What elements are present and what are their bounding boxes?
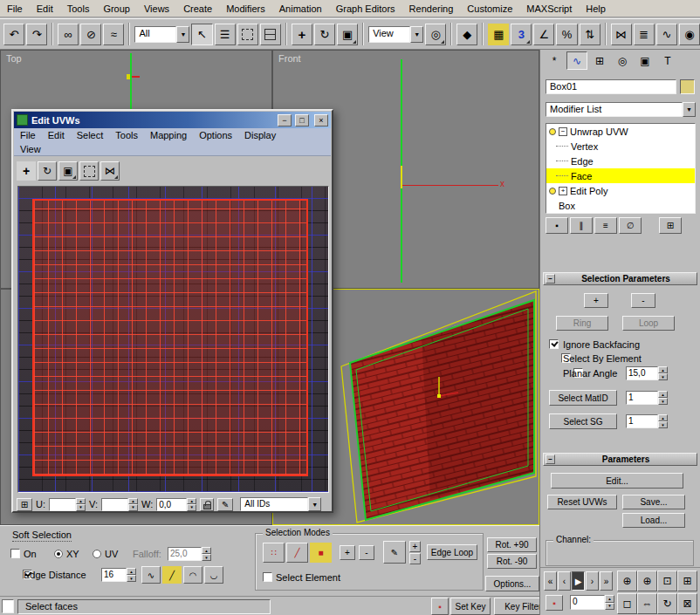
sg-spinner[interactable]: 1 ▲▼ xyxy=(626,414,668,428)
stack-item-vertex[interactable]: Vertex xyxy=(546,139,695,154)
selected-uv-faces[interactable] xyxy=(32,199,308,476)
select-rotate-icon[interactable]: ↻ xyxy=(314,24,335,45)
dropdown-arrow-icon[interactable]: ▼ xyxy=(683,102,696,117)
tab-display-icon[interactable]: ▣ xyxy=(635,51,655,70)
reference-coordinate-dropdown[interactable]: View ▼ xyxy=(368,26,423,43)
save-uvws-button[interactable]: Save... xyxy=(622,495,685,509)
angle-snap-icon[interactable]: ∠ xyxy=(533,24,554,45)
menu-maxscript[interactable]: MAXScript xyxy=(519,0,579,17)
previous-frame-icon[interactable]: ‹ xyxy=(558,571,571,591)
loop-button[interactable]: Loop xyxy=(622,316,675,331)
uvw-menu-edit[interactable]: Edit xyxy=(42,128,71,142)
go-to-start-icon[interactable]: « xyxy=(544,571,557,591)
pivot-center-icon[interactable]: ◎ xyxy=(425,24,446,45)
select-matid-button[interactable]: Select MatID xyxy=(549,390,617,406)
snap-toggle-3d-icon[interactable]: 3 xyxy=(511,24,532,45)
soft-selection-on-checkbox[interactable] xyxy=(10,549,20,558)
select-element-checkbox[interactable] xyxy=(263,572,272,582)
spin-down-icon[interactable]: ▼ xyxy=(658,398,668,405)
dropdown-arrow-icon[interactable]: ▼ xyxy=(410,26,423,43)
face-mode-icon[interactable]: ■ xyxy=(310,543,332,563)
spin-up-icon[interactable]: ▲ xyxy=(76,498,86,505)
reset-uvws-button[interactable]: Reset UVWs xyxy=(547,495,617,509)
zoom-icon[interactable]: ⊕ xyxy=(617,571,637,591)
bind-spacewarp-icon[interactable]: ≈ xyxy=(103,24,124,45)
menu-create[interactable]: Create xyxy=(176,0,219,17)
dropdown-arrow-icon[interactable]: ▼ xyxy=(176,26,189,43)
dropdown-arrow-icon[interactable]: ▼ xyxy=(308,497,321,511)
tab-modify-icon[interactable]: ∿ xyxy=(566,51,587,70)
menu-group[interactable]: Group xyxy=(96,0,137,17)
menu-tools[interactable]: Tools xyxy=(60,0,97,17)
undo-icon[interactable]: ↶ xyxy=(3,24,24,45)
tab-motion-icon[interactable]: ◎ xyxy=(612,51,633,70)
uvw-freeform-icon[interactable] xyxy=(79,161,99,181)
rotate-plus-90-button[interactable]: Rot. +90 xyxy=(487,537,537,552)
modifier-enable-bulb-icon[interactable] xyxy=(549,128,556,135)
viewport-top-label[interactable]: Top xyxy=(6,53,22,64)
uvw-scale-icon[interactable]: ▣ xyxy=(58,161,78,181)
viewport-front-label[interactable]: Front xyxy=(278,53,301,64)
zoom-all-icon[interactable]: ⊕ xyxy=(637,571,657,591)
pelt-pen-icon[interactable]: ✎ xyxy=(217,498,233,511)
grow-selection-button[interactable]: + xyxy=(584,293,608,308)
configure-stack-icon[interactable]: ⊞ xyxy=(659,217,682,234)
spin-up-icon[interactable]: ▲ xyxy=(187,498,196,505)
spin-up-icon[interactable]: ▲ xyxy=(127,568,136,575)
zoom-extents-icon[interactable]: ⊡ xyxy=(657,571,677,591)
select-link-icon[interactable]: ∞ xyxy=(58,24,79,45)
material-editor-icon[interactable]: ◉ xyxy=(679,24,700,45)
select-scale-icon[interactable]: ▣ xyxy=(337,24,358,45)
ring-button[interactable]: Ring xyxy=(556,316,608,331)
layer-manager-icon[interactable]: ≣ xyxy=(634,24,655,45)
falloff-curve-fast-icon[interactable]: ◡ xyxy=(204,566,223,584)
menu-help[interactable]: Help xyxy=(579,0,613,17)
play-icon[interactable]: ▶ xyxy=(572,571,585,591)
current-frame-spinner[interactable]: 0 ▲▼ xyxy=(570,595,614,610)
uv-radio[interactable] xyxy=(93,550,101,558)
spin-down-icon[interactable]: ▼ xyxy=(127,575,136,582)
curve-editor-icon[interactable]: ∿ xyxy=(656,24,677,45)
paint-select-brush-icon[interactable]: ✎ xyxy=(383,541,406,564)
mini-listener[interactable] xyxy=(2,599,14,613)
percent-snap-icon[interactable]: % xyxy=(556,24,577,45)
uvw-menu-select[interactable]: Select xyxy=(71,128,110,142)
rectangular-selection-icon[interactable] xyxy=(237,24,258,45)
matid-spinner[interactable]: 1 ▲▼ xyxy=(626,391,668,405)
falloff-curve-slow-icon[interactable]: ◠ xyxy=(183,566,202,584)
select-by-name-icon[interactable]: ☰ xyxy=(215,24,236,45)
collapse-icon[interactable]: − xyxy=(559,127,567,136)
next-frame-icon[interactable]: › xyxy=(586,571,599,591)
set-key-icon[interactable]: ▪ xyxy=(431,598,449,615)
edge-loop-button[interactable]: Edge Loop xyxy=(427,544,477,560)
planar-angle-spinner[interactable]: 15,0 ▲▼ xyxy=(626,366,668,380)
spin-up-icon[interactable]: ▲ xyxy=(658,366,668,373)
brush-size-down-button[interactable]: - xyxy=(409,553,421,564)
key-mode-toggle-icon[interactable]: ▪ xyxy=(546,595,563,611)
spin-up-icon[interactable]: ▲ xyxy=(658,391,668,398)
menu-rendering[interactable]: Rendering xyxy=(402,0,461,17)
falloff-spinner[interactable]: 25,0 ▲▼ xyxy=(168,547,211,561)
uvw-menu-mapping[interactable]: Mapping xyxy=(144,128,193,142)
maximize-icon[interactable]: □ xyxy=(295,114,309,126)
edge-mode-icon[interactable]: ╱ xyxy=(286,543,308,563)
uv-options-icon[interactable]: ⊞ xyxy=(17,498,32,511)
spin-up-icon[interactable]: ▲ xyxy=(202,547,211,554)
soft-selection-title[interactable]: Soft Selection xyxy=(12,530,72,542)
redo-icon[interactable]: ↷ xyxy=(26,24,47,45)
spin-down-icon[interactable]: ▼ xyxy=(202,554,211,561)
tab-utilities-icon[interactable]: T xyxy=(657,51,678,70)
shrink-selection-button[interactable]: - xyxy=(631,293,655,308)
close-icon[interactable]: × xyxy=(314,114,328,126)
parameters-rollout-header[interactable]: − Parameters xyxy=(543,453,697,466)
go-to-end-icon[interactable]: » xyxy=(600,571,613,591)
zoom-region-icon[interactable]: ◻ xyxy=(617,593,637,614)
uvw-menu-display[interactable]: Display xyxy=(238,128,282,142)
window-crossing-icon[interactable] xyxy=(260,24,281,45)
falloff-curve-smooth-icon[interactable]: ∿ xyxy=(141,566,161,584)
minimize-icon[interactable]: − xyxy=(278,114,292,126)
uvw-menu-file[interactable]: File xyxy=(14,128,42,142)
select-object-icon[interactable]: ↖ xyxy=(191,24,212,45)
select-move-icon[interactable]: + xyxy=(292,24,312,45)
expand-icon[interactable]: + xyxy=(559,187,567,195)
